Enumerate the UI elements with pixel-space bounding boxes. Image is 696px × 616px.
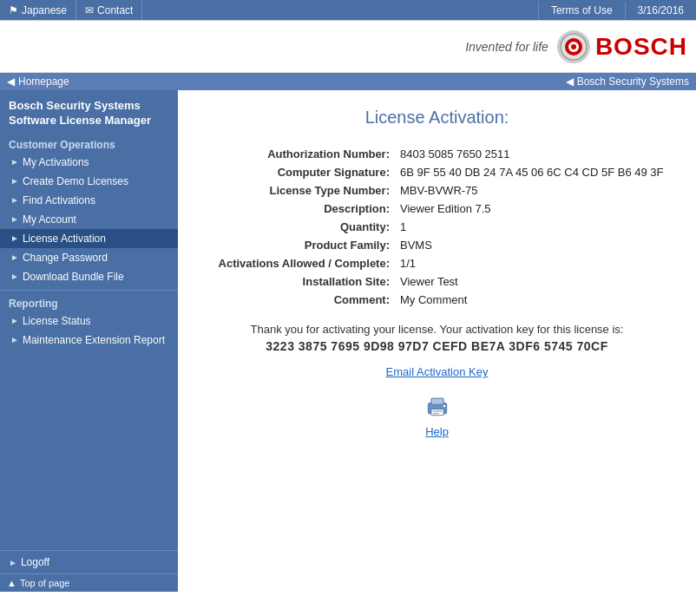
sidebar-item-change-password[interactable]: ► Change Password xyxy=(0,248,178,267)
flag-icon: ⚑ xyxy=(9,4,18,16)
bosch-emblem xyxy=(557,30,590,63)
field-label: Comment: xyxy=(204,291,395,309)
field-label: Authorization Number: xyxy=(204,145,395,163)
field-label: Installation Site: xyxy=(204,272,395,291)
arrow-icon: ► xyxy=(10,195,19,205)
field-value: 1/1 xyxy=(395,254,670,272)
sidebar-item-create-demo-licenses[interactable]: ► Create Demo Licenses xyxy=(0,172,178,191)
svg-rect-6 xyxy=(430,410,443,416)
customer-ops-label: Customer Operations xyxy=(0,134,178,153)
print-button[interactable] xyxy=(422,390,453,422)
sidebar-title: Bosch Security Systems Software License … xyxy=(0,90,178,134)
help-link[interactable]: Help xyxy=(425,425,449,438)
field-value: My Comment xyxy=(395,291,670,309)
field-label: Product Family: xyxy=(204,236,395,254)
field-value: 1 xyxy=(395,218,670,236)
sidebar-title-line1: Bosch Security Systems xyxy=(9,99,141,112)
sidebar-item-license-status[interactable]: ► License Status xyxy=(0,311,178,331)
table-row: Activations Allowed / Complete: 1/1 xyxy=(204,254,670,272)
homepage-link[interactable]: Homepage xyxy=(18,75,69,88)
table-row: Computer Signature: 6B 9F 55 40 DB 24 7A… xyxy=(204,163,670,181)
contact-icon: ✉ xyxy=(85,4,94,16)
top-bar-right: Terms of Use 3/16/2016 xyxy=(538,0,696,20)
sidebar-bottom: ► Logoff ▲ Top of page xyxy=(0,550,178,592)
field-label: Computer Signature: xyxy=(204,163,395,181)
sidebar-item-maintenance-extension-report[interactable]: ► Maintenance Extension Report xyxy=(0,331,178,350)
sidebar-label: My Account xyxy=(23,213,76,226)
page-title: License Activation: xyxy=(204,108,670,128)
sidebar-label: Change Password xyxy=(23,252,108,264)
svg-rect-7 xyxy=(432,410,442,411)
svg-point-9 xyxy=(443,405,445,408)
sidebar: Bosch Security Systems Software License … xyxy=(0,90,178,592)
terms-link[interactable]: Terms of Use xyxy=(538,2,626,19)
breadcrumb-right[interactable]: ◀ Bosch Security Systems xyxy=(566,75,689,88)
print-section: Help xyxy=(204,390,670,438)
field-value: BVMS xyxy=(395,236,670,254)
bosch-logo: BOSCH xyxy=(557,30,687,63)
japanese-button[interactable]: ⚑ Japanese xyxy=(0,0,76,20)
sidebar-label: License Activation xyxy=(23,233,106,245)
table-row: Product Family: BVMS xyxy=(204,236,670,254)
contact-button[interactable]: ✉ Contact xyxy=(76,0,142,20)
date-display: 3/16/2016 xyxy=(626,2,696,19)
sidebar-label: Maintenance Extension Report xyxy=(23,334,165,346)
sidebar-item-find-activations[interactable]: ► Find Activations xyxy=(0,191,178,210)
sidebar-label: My Activations xyxy=(23,156,89,168)
arrow-icon: ► xyxy=(9,558,17,567)
email-activation-key-link[interactable]: Email Activation Key xyxy=(204,365,670,378)
table-row: Authorization Number: 8403 5085 7650 251… xyxy=(204,145,670,163)
logo-bar: Invented for life BOSCH xyxy=(0,21,696,73)
svg-rect-5 xyxy=(430,398,443,404)
top-bar-left: ⚑ Japanese ✉ Contact xyxy=(0,0,538,20)
arrow-icon: ► xyxy=(10,272,19,281)
sidebar-label: Find Activations xyxy=(23,194,95,206)
bosch-security-link[interactable]: Bosch Security Systems xyxy=(577,75,689,88)
svg-point-3 xyxy=(571,44,576,49)
top-of-page-label: Top of page xyxy=(20,578,70,588)
logoff-label: Logoff xyxy=(21,556,49,568)
contact-label: Contact xyxy=(97,4,133,16)
logoff-button[interactable]: ► Logoff xyxy=(0,551,178,573)
sidebar-label: Create Demo Licenses xyxy=(23,175,128,187)
field-label: Description: xyxy=(204,200,395,218)
breadcrumb-arrow-right: ◀ xyxy=(566,75,574,88)
sidebar-item-my-activations[interactable]: ► My Activations xyxy=(0,153,178,172)
field-label: Quantity: xyxy=(204,218,395,236)
sidebar-item-my-account[interactable]: ► My Account xyxy=(0,210,178,229)
field-label: License Type Number: xyxy=(204,181,395,200)
main-layout: Bosch Security Systems Software License … xyxy=(0,90,696,592)
table-row: Comment: My Comment xyxy=(204,291,670,309)
sidebar-item-download-bundle-file[interactable]: ► Download Bundle File xyxy=(0,267,178,286)
breadcrumb-bar: ◀ Homepage ◀ Bosch Security Systems xyxy=(0,73,696,90)
top-bar: ⚑ Japanese ✉ Contact Terms of Use 3/16/2… xyxy=(0,0,696,21)
table-row: Description: Viewer Edition 7.5 xyxy=(204,200,670,218)
content-area: License Activation: Authorization Number… xyxy=(178,90,696,592)
reporting-section-label: Reporting xyxy=(0,290,178,311)
sidebar-label: Download Bundle File xyxy=(23,271,124,283)
field-value: 6B 9F 55 40 DB 24 7A 45 06 6C C4 CD 5F B… xyxy=(395,163,670,181)
top-of-page-button[interactable]: ▲ Top of page xyxy=(0,573,178,592)
thank-you-message: Thank you for activating your license. Y… xyxy=(204,323,670,336)
arrow-icon: ► xyxy=(10,316,19,325)
tagline: Invented for life xyxy=(465,40,548,54)
japanese-label: Japanese xyxy=(22,4,67,16)
sidebar-item-license-activation[interactable]: ► License Activation xyxy=(0,229,178,248)
bosch-name: BOSCH xyxy=(595,33,687,61)
table-row: License Type Number: MBV-BVWR-75 xyxy=(204,181,670,200)
info-table: Authorization Number: 8403 5085 7650 251… xyxy=(204,145,670,309)
table-row: Quantity: 1 xyxy=(204,218,670,236)
table-row: Installation Site: Viewer Test xyxy=(204,272,670,291)
field-value: 8403 5085 7650 2511 xyxy=(395,145,670,163)
arrow-icon: ► xyxy=(10,157,19,167)
field-label: Activations Allowed / Complete: xyxy=(204,254,395,272)
activation-key-display: 3223 3875 7695 9D98 97D7 CEFD BE7A 3DF6 … xyxy=(204,339,670,353)
arrow-icon: ► xyxy=(10,252,19,262)
svg-rect-8 xyxy=(432,413,438,414)
sidebar-label: License Status xyxy=(23,315,91,327)
field-value: Viewer Test xyxy=(395,272,670,291)
sidebar-top: Bosch Security Systems Software License … xyxy=(0,90,178,350)
field-value: MBV-BVWR-75 xyxy=(395,181,670,200)
top-arrow-icon: ▲ xyxy=(7,578,16,588)
breadcrumb-left[interactable]: ◀ Homepage xyxy=(7,75,69,88)
